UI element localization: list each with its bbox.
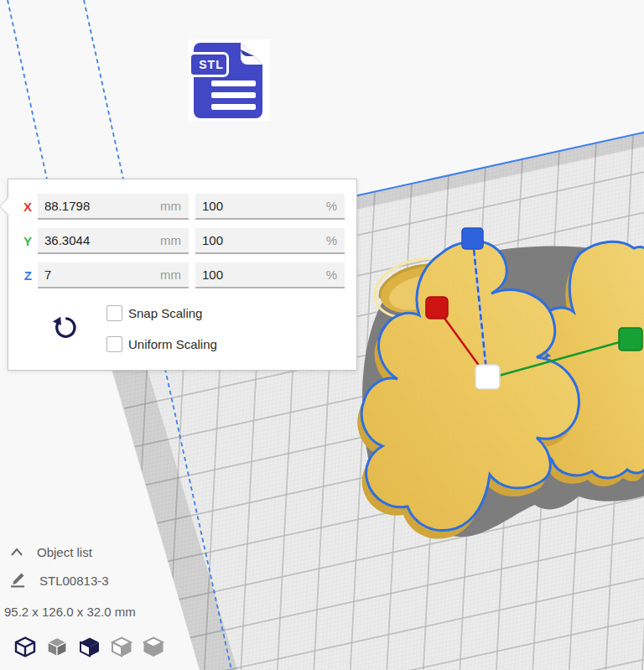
- cube-front-icon: [44, 634, 70, 660]
- scale-z-percent-input[interactable]: [195, 262, 345, 287]
- axis-label-z: Z: [15, 262, 32, 288]
- stl-file-icon[interactable]: STL: [189, 39, 270, 121]
- scale-handle-z[interactable]: [462, 228, 483, 249]
- view-top-button[interactable]: [77, 634, 102, 660]
- unit-label: mm: [160, 194, 181, 218]
- scale-handle-center[interactable]: [475, 365, 500, 389]
- view-3d-button[interactable]: [13, 634, 38, 660]
- snap-scaling-label: Snap Scaling: [128, 305, 202, 321]
- unit-label: %: [326, 262, 337, 287]
- cube-right-icon: [141, 634, 166, 660]
- unit-label: %: [326, 194, 337, 218]
- snap-scaling-checkbox[interactable]: [106, 305, 122, 321]
- chevron-up-icon[interactable]: [10, 545, 23, 560]
- unit-label: mm: [160, 262, 181, 287]
- scale-x-percent-input[interactable]: [195, 194, 345, 218]
- object-dimensions: 95.2 x 126.0 x 32.0 mm: [4, 605, 136, 619]
- reset-scale-button[interactable]: [52, 314, 79, 340]
- stl-badge-label: STL: [195, 58, 227, 71]
- unit-label: %: [326, 228, 337, 252]
- object-list-header[interactable]: Object list: [37, 545, 92, 559]
- stl-document-icon: [189, 39, 270, 121]
- view-right-button[interactable]: [141, 634, 166, 660]
- view-left-button[interactable]: [109, 634, 134, 660]
- axis-label-y: Y: [15, 228, 32, 254]
- scale-handle-x[interactable]: [426, 297, 448, 319]
- cube-top-icon: [77, 634, 102, 660]
- reset-icon: [52, 314, 79, 340]
- uniform-scaling-checkbox[interactable]: [106, 336, 122, 352]
- scale-handle-y[interactable]: [619, 328, 642, 351]
- object-item-name[interactable]: STL00813-3: [39, 574, 109, 588]
- edit-pencil-icon[interactable]: [9, 571, 26, 591]
- scale-tool-panel: X mm % Y mm % Z mm % Snap Scaling Unifor…: [8, 179, 357, 371]
- unit-label: mm: [160, 228, 181, 252]
- axis-label-x: X: [15, 194, 32, 220]
- view-front-button[interactable]: [44, 634, 70, 660]
- cube-3d-icon: [13, 634, 38, 660]
- cube-left-icon: [109, 634, 134, 660]
- uniform-scaling-label: Uniform Scaling: [128, 336, 217, 352]
- scale-y-percent-input[interactable]: [195, 228, 345, 252]
